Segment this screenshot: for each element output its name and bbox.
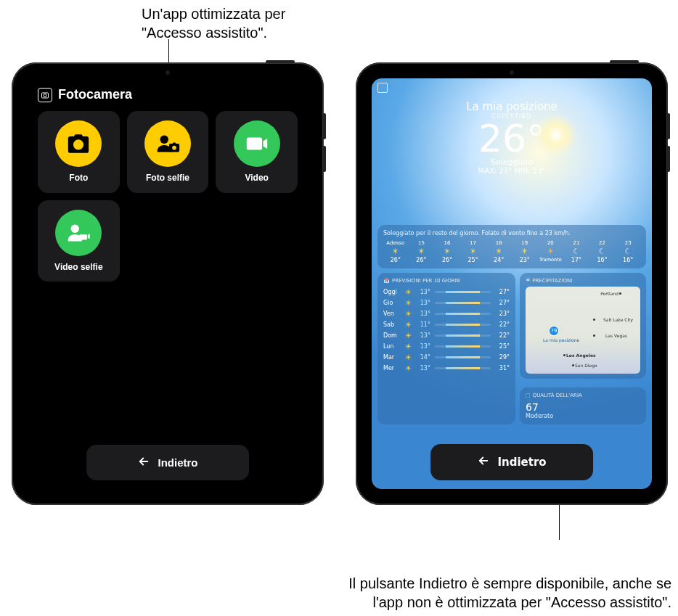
back-arrow-icon <box>477 454 490 470</box>
sun-icon: ☀ <box>444 247 451 255</box>
sun-icon: ☀ <box>405 342 412 350</box>
hour-label: 18 <box>496 240 502 246</box>
highlow-label: MAX: 27° MIN: 13° <box>372 167 652 175</box>
selfie-camera-icon <box>144 120 191 167</box>
tile-foto[interactable]: Foto <box>38 111 120 193</box>
daily-row: Lun☀13°25° <box>383 341 510 352</box>
hour-label: 17 <box>470 240 476 246</box>
aq-title-text: QUALITÀ DELL'ARIA <box>533 393 582 398</box>
airquality-panel[interactable]: ⬚ QUALITÀ DELL'ARIA 67 Moderato <box>520 387 646 424</box>
aq-value: 67 <box>526 401 640 413</box>
svg-point-2 <box>160 136 168 144</box>
hour-label: 20 <box>547 240 554 246</box>
sun-icon: ☀ <box>405 299 412 307</box>
hour-label: Adesso <box>386 240 404 246</box>
day-label: Gio <box>383 300 401 306</box>
aq-icon: ⬚ <box>526 393 531 398</box>
hourly-item: 15 ☀ 26° <box>409 240 434 263</box>
hour-temp: 24° <box>494 257 504 263</box>
daily-row: Gio☀13°27° <box>383 297 510 308</box>
hour-label: 19 <box>521 240 528 246</box>
moon-icon: ☾ <box>624 247 632 255</box>
hour-label: 15 <box>418 240 425 246</box>
hourly-row: Adesso ☀ 26° 15 ☀ 26° 16 ☀ 26° <box>383 240 640 263</box>
hourly-item: 21 ☾ 17° <box>564 240 589 263</box>
map-city-la: Los Angeles <box>566 353 596 358</box>
weather-app: La mia posizione CUPERTINO 26° Soleggiat… <box>372 78 652 489</box>
map-city-vegas: Las Vegas <box>605 333 627 338</box>
tile-video[interactable]: Video <box>216 111 298 193</box>
precip-title: ☔ PRECIPITAZIONI <box>526 278 640 284</box>
camera-icon <box>55 120 102 167</box>
daily-row: Dom☀13°22° <box>383 330 510 341</box>
camera-app-icon <box>38 88 52 102</box>
back-button[interactable]: Indietro <box>86 445 249 480</box>
hourly-panel[interactable]: Soleggiato per il resto del giorno. Fola… <box>377 225 646 268</box>
daily-row: Oggi☀13°27° <box>383 287 510 297</box>
weather-header: La mia posizione CUPERTINO 26° Soleggiat… <box>372 78 652 175</box>
app-header: Fotocamera <box>28 78 308 107</box>
back-button[interactable]: Indietro <box>430 444 593 480</box>
map-city-slc: Salt Lake City <box>603 317 633 322</box>
tile-label: Foto selfie <box>146 173 189 183</box>
hourly-item: Adesso ☀ 26° <box>383 240 408 263</box>
video-icon <box>234 120 280 167</box>
hour-temp: 26° <box>416 257 426 263</box>
day-label: Sab <box>383 321 401 328</box>
hour-label: 21 <box>573 240 579 246</box>
aq-title: ⬚ QUALITÀ DELL'ARIA <box>526 393 640 398</box>
svg-point-3 <box>71 225 79 233</box>
hour-temp: 26° <box>442 257 452 263</box>
sun-icon: ☀ <box>417 247 425 255</box>
hourly-summary: Soleggiato per il resto del giorno. Fola… <box>383 230 640 237</box>
hi-temp: 27° <box>495 300 510 306</box>
lo-temp: 11° <box>416 321 430 328</box>
sun-icon: ☀ <box>470 247 477 255</box>
ipad-right: La mia posizione CUPERTINO 26° Soleggiat… <box>356 62 668 505</box>
sun-icon: ☀ <box>405 288 412 296</box>
forecast-panel[interactable]: 📅 PREVISIONI PER 10 GIORNI Oggi☀13°27° G… <box>377 273 515 424</box>
location-list-icon[interactable] <box>377 83 388 93</box>
tile-foto-selfie[interactable]: Foto selfie <box>127 111 209 193</box>
sun-icon: ☀ <box>405 332 412 340</box>
hi-temp: 25° <box>495 343 510 350</box>
hour-label: 16 <box>444 240 451 246</box>
daily-list: Oggi☀13°27° Gio☀13°27° Ven☀13°23° Sab☀11… <box>383 287 510 374</box>
hourly-item: 20 ☀ Tramonto <box>539 240 563 263</box>
hi-temp: 31° <box>495 365 510 371</box>
map-city-portland: Portland <box>600 291 618 296</box>
hourly-item: 23 ☾ 16° <box>616 240 640 263</box>
callout-top: Un'app ottimizzata per "Accesso assistit… <box>142 4 330 42</box>
daily-row: Ven☀13°23° <box>383 308 510 319</box>
hour-temp: 25° <box>467 257 478 263</box>
hi-temp: 29° <box>495 354 510 361</box>
hi-temp: 22° <box>495 332 510 339</box>
tile-label: Video <box>245 173 268 183</box>
lo-temp: 13° <box>416 300 430 306</box>
current-temp: 26° <box>372 120 652 157</box>
map-city-sd: San Diego <box>575 363 597 368</box>
hi-temp: 23° <box>495 311 510 317</box>
daily-row: Sab☀11°22° <box>383 319 510 330</box>
precip-map[interactable]: Portland Salt Lake City Las Vegas Los An… <box>526 287 640 374</box>
calendar-icon: 📅 <box>383 278 390 284</box>
sun-icon: ☀ <box>495 247 502 255</box>
precip-panel[interactable]: ☔ PRECIPITAZIONI Portland Salt Lake City… <box>520 273 646 379</box>
hourly-item: 16 ☀ 26° <box>435 240 460 263</box>
day-label: Lun <box>383 343 401 350</box>
aq-label: Moderato <box>526 413 640 419</box>
lo-temp: 13° <box>416 332 430 339</box>
hour-label: 23 <box>625 240 632 246</box>
umbrella-icon: ☔ <box>526 278 530 284</box>
city-label: CUPERTINO <box>372 113 652 120</box>
day-label: Ven <box>383 311 401 317</box>
hour-temp: 23° <box>520 257 530 263</box>
selfie-video-icon <box>55 210 102 256</box>
hourly-item: 17 ☀ 25° <box>461 240 486 263</box>
moon-icon: ☾ <box>599 247 606 255</box>
daily-row: Mer☀13°31° <box>383 363 510 374</box>
forecast-title: 📅 PREVISIONI PER 10 GIORNI <box>383 278 510 284</box>
tile-video-selfie[interactable]: Video selfie <box>38 200 120 282</box>
svg-point-1 <box>44 94 46 96</box>
day-label: Mer <box>383 365 401 371</box>
